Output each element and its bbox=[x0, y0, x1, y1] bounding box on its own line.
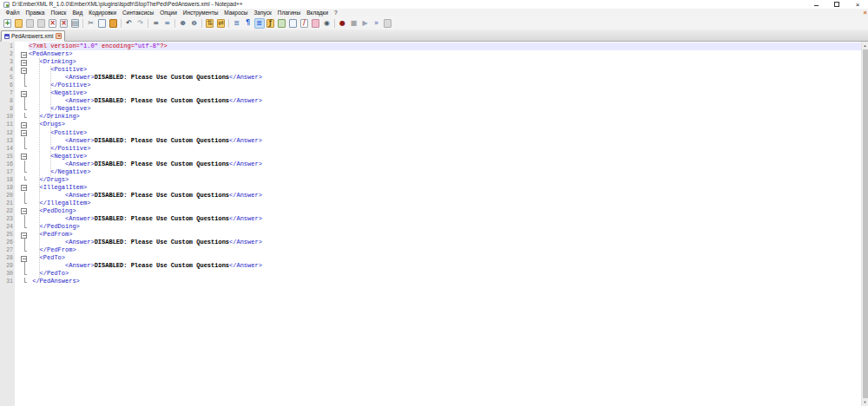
code-line-20[interactable]: 20 <Answer>DISABLED: Please Use Custom Q… bbox=[0, 192, 861, 200]
macro-run-multiple-icon[interactable]: » bbox=[372, 18, 382, 29]
new-file-icon[interactable]: + bbox=[3, 18, 13, 29]
menu-search[interactable]: Поиск bbox=[48, 9, 69, 16]
code-line-7[interactable]: 7 <Negative> bbox=[0, 89, 861, 97]
menu-language[interactable]: Синтаксисы bbox=[120, 9, 157, 16]
tab-close-icon[interactable]: × bbox=[56, 33, 62, 39]
sync-horizontal-scroll-icon[interactable]: ⇄ bbox=[216, 18, 227, 29]
show-indent-guide-icon[interactable]: ≡ bbox=[254, 18, 265, 29]
code-line-12[interactable]: 12 <Positive> bbox=[0, 129, 861, 137]
menu-close-icon[interactable]: × bbox=[864, 9, 867, 16]
code-line-21[interactable]: 21 </IllegalItem> bbox=[0, 200, 861, 207]
code-line-1[interactable]: 1<?xml version="1.0" encoding="utf-8"?> bbox=[0, 43, 861, 50]
editor[interactable]: 1<?xml version="1.0" encoding="utf-8"?>2… bbox=[0, 42, 868, 406]
code-line-8[interactable]: 8 <Answer>DISABLED: Please Use Custom Qu… bbox=[0, 97, 861, 105]
code-line-17[interactable]: 17 </Negative> bbox=[0, 168, 861, 176]
sync-vertical-scroll-icon[interactable]: ⇅ bbox=[205, 18, 215, 29]
fold-collapse-icon[interactable] bbox=[13, 66, 29, 74]
menu-plugins[interactable]: Плагины bbox=[274, 9, 303, 16]
code-line-16[interactable]: 16 <Answer>DISABLED: Please Use Custom Q… bbox=[0, 160, 861, 168]
code-line-10[interactable]: 10 </Drinking> bbox=[0, 113, 861, 121]
code-line-5[interactable]: 5 <Answer>DISABLED: Please Use Custom Qu… bbox=[0, 74, 861, 82]
vertical-scrollbar[interactable]: ▲ ▼ bbox=[861, 42, 868, 406]
function-list-icon[interactable]: ƒ bbox=[266, 18, 276, 29]
redo-icon[interactable]: ↷ bbox=[135, 18, 146, 29]
code-line-29[interactable]: 29 <Answer>DISABLED: Please Use Custom Q… bbox=[0, 262, 861, 270]
folder-as-workspace-icon[interactable]: / bbox=[299, 18, 310, 29]
fold-collapse-icon[interactable] bbox=[13, 129, 29, 137]
code-line-23[interactable]: 23 <Answer>DISABLED: Please Use Custom Q… bbox=[0, 215, 861, 223]
macro-save-icon[interactable] bbox=[383, 18, 393, 29]
code-line-6[interactable]: 6 </Positive> bbox=[0, 82, 861, 89]
tab-pedanswers[interactable]: PedAnswers.xml × bbox=[1, 30, 65, 42]
fold-collapse-icon[interactable] bbox=[13, 50, 29, 58]
fold-collapse-icon[interactable] bbox=[13, 207, 29, 215]
close-button[interactable]: × bbox=[847, 0, 868, 9]
scroll-up-icon[interactable]: ▲ bbox=[862, 42, 868, 49]
close-all-icon[interactable]: × bbox=[59, 18, 69, 29]
macro-stop-icon[interactable]: ■ bbox=[349, 18, 359, 29]
open-file-icon[interactable] bbox=[14, 18, 24, 29]
fold-collapse-icon[interactable] bbox=[13, 231, 29, 239]
code-line-25[interactable]: 25 <PedFrom> bbox=[0, 231, 861, 239]
document-map-icon[interactable] bbox=[277, 18, 287, 29]
code-line-13[interactable]: 13 <Answer>DISABLED: Please Use Custom Q… bbox=[0, 137, 861, 145]
menu-run[interactable]: Запуск bbox=[251, 9, 274, 16]
code-line-27[interactable]: 27 </PedFrom> bbox=[0, 246, 861, 254]
document-list-icon[interactable] bbox=[288, 18, 299, 29]
menu-help[interactable]: ? bbox=[332, 9, 341, 16]
restore-button[interactable] bbox=[826, 0, 847, 9]
save-all-icon[interactable] bbox=[36, 18, 47, 29]
menu-tools[interactable]: Инструменты bbox=[180, 9, 221, 16]
paste-icon[interactable] bbox=[108, 18, 119, 29]
fold-collapse-icon[interactable] bbox=[13, 254, 29, 262]
copy-icon[interactable] bbox=[97, 18, 108, 29]
code-line-3[interactable]: 3 <Drinking> bbox=[0, 58, 861, 66]
code-line-26[interactable]: 26 <Answer>DISABLED: Please Use Custom Q… bbox=[0, 239, 861, 246]
code-line-18[interactable]: 18 </Drugs> bbox=[0, 176, 861, 184]
monitoring-icon[interactable]: ◉ bbox=[322, 18, 332, 29]
menu-view[interactable]: Вид bbox=[69, 9, 86, 16]
code-line-14[interactable]: 14 </Positive> bbox=[0, 145, 861, 153]
code-line-4[interactable]: 4 <Positive> bbox=[0, 66, 861, 74]
scrollbar-thumb[interactable] bbox=[863, 49, 868, 398]
menu-settings[interactable]: Опции bbox=[157, 9, 181, 16]
fold-collapse-icon[interactable] bbox=[13, 58, 29, 66]
fold-collapse-icon[interactable] bbox=[13, 89, 29, 97]
code-line-24[interactable]: 24 </PedDoing> bbox=[0, 223, 861, 231]
print-icon[interactable]: ▤ bbox=[70, 18, 81, 29]
sync-horizontal-scroll-icon-glyph: ⇄ bbox=[218, 20, 224, 27]
code-line-22[interactable]: 22 <PedDoing> bbox=[0, 207, 861, 215]
plugin-tool-icon[interactable] bbox=[311, 18, 321, 29]
zoom-out-icon[interactable]: ⊖ bbox=[189, 18, 200, 29]
window-controls: × bbox=[806, 0, 868, 9]
menu-file[interactable]: Файл bbox=[3, 9, 23, 16]
close-file-icon[interactable]: × bbox=[48, 18, 58, 29]
code-line-9[interactable]: 9 </Negative> bbox=[0, 105, 861, 113]
menu-tabs[interactable]: Вкладки bbox=[304, 9, 332, 16]
cut-icon[interactable]: ✂ bbox=[86, 18, 96, 29]
save-file-icon[interactable] bbox=[25, 18, 36, 29]
show-all-characters-icon[interactable]: ¶ bbox=[243, 18, 253, 29]
menu-macro[interactable]: Макросы bbox=[221, 9, 251, 16]
scroll-down-icon[interactable]: ▼ bbox=[862, 398, 868, 406]
macro-play-icon[interactable]: ▶ bbox=[360, 18, 371, 29]
code-line-2[interactable]: 2<PedAnswers> bbox=[0, 50, 861, 58]
code-line-15[interactable]: 15 <Negative> bbox=[0, 153, 861, 160]
zoom-in-icon[interactable]: ⊕ bbox=[178, 18, 188, 29]
code-line-30[interactable]: 30 </PedTo> bbox=[0, 270, 861, 278]
code-line-19[interactable]: 19 <IllegalItem> bbox=[0, 184, 861, 192]
code-line-28[interactable]: 28 <PedTo> bbox=[0, 254, 861, 262]
fold-collapse-icon[interactable] bbox=[13, 184, 29, 192]
word-wrap-icon[interactable]: ≡ bbox=[232, 18, 242, 29]
undo-icon[interactable]: ↶ bbox=[124, 18, 135, 29]
macro-record-icon[interactable]: ● bbox=[338, 18, 348, 29]
code-line-11[interactable]: 11 <Drugs> bbox=[0, 121, 861, 128]
fold-collapse-icon[interactable] bbox=[13, 153, 29, 160]
menu-edit[interactable]: Правка bbox=[23, 9, 48, 16]
code-line-31[interactable]: 31 </PedAnswers> bbox=[0, 278, 861, 285]
menu-encoding[interactable]: Кодировки bbox=[86, 9, 120, 16]
minimize-button[interactable] bbox=[806, 0, 826, 9]
replace-icon[interactable]: ∞ bbox=[162, 18, 173, 29]
fold-collapse-icon[interactable] bbox=[13, 121, 29, 128]
find-icon[interactable]: ∞ bbox=[151, 18, 161, 29]
